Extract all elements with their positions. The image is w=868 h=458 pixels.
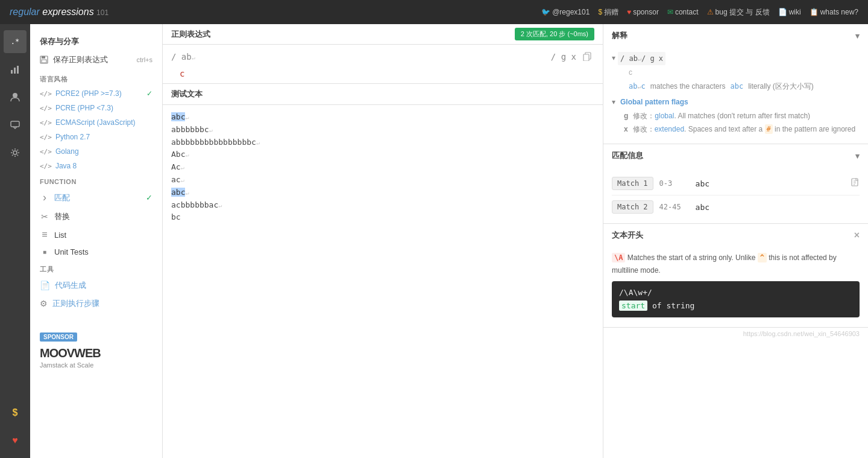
match-value-1: abc (696, 179, 709, 188)
svg-point-3 (13, 93, 17, 98)
explanation-section: 解释 ▾ ▾ / ab↵/ g x c ab↵c matches the cha… (603, 24, 868, 144)
lang-name: PCRE (PHP <7.3) (55, 104, 113, 112)
top-navigation: regular expressions 101 🐦 @regex101 $ 捐赠… (0, 0, 868, 24)
codegen-link[interactable]: 代码生成 (55, 280, 86, 291)
regex-pattern-input[interactable] (199, 49, 547, 64)
func-match[interactable]: › 匹配 ✓ (30, 188, 162, 208)
save-shortcut: ctrl+s (136, 56, 153, 63)
test-content[interactable]: abc↵ abbbbbbc↵ abbbbbbbbbbbbbbbbc↵ Abc↵ … (163, 105, 603, 458)
regex-title: 正则表达式 (171, 29, 210, 40)
flag-x-text: 修改：extended. Spaces and text after a # i… (633, 123, 855, 135)
lang-python[interactable]: </> Python 2.7 (30, 130, 162, 144)
whatsnew-link[interactable]: 📋 whats new? (810, 8, 858, 16)
flag-x-label: x (624, 123, 628, 135)
lang-java[interactable]: </> Java 8 (30, 159, 162, 173)
sponsor-icon: ♥ (627, 8, 631, 16)
match-info-section: 匹配信息 ▾ Match 1 0-3 abc Match 2 42-45 abc (603, 144, 868, 224)
iconbar-community[interactable] (4, 113, 27, 136)
text-head-section: 文本开头 × \A Matches the start of a string … (603, 224, 868, 328)
match-export-button-1[interactable] (850, 177, 860, 189)
copy-icon (582, 51, 592, 61)
iconbar-dollar[interactable]: $ (4, 401, 27, 424)
lang-tag: </> (40, 119, 52, 127)
sponsor-box: SPONSOR MOOVWEB Jamstack at Scale (30, 325, 162, 376)
symbol-A: \A (612, 253, 625, 262)
lang-name: Java 8 (55, 162, 77, 170)
svg-point-5 (13, 151, 17, 154)
tool-debugger[interactable]: ⚙ 正则执行步骤 (30, 294, 162, 313)
lang-tag: </> (40, 133, 52, 141)
lang-pcre[interactable]: </> PCRE (PHP <7.3) (30, 101, 162, 115)
settings-icon (10, 147, 20, 158)
regex-section: 正则表达式 2 次匹配, 20 步 (~0ms) / ab↵ / g x c (163, 24, 603, 84)
regex-match-badge: 2 次匹配, 20 步 (~0ms) (515, 28, 594, 40)
match-info-toggle[interactable]: ▾ (855, 151, 860, 161)
lang-golang[interactable]: </> Golang (30, 144, 162, 159)
test-header: 测试文本 (163, 84, 603, 105)
match-icon: › (40, 191, 49, 204)
regex-header: 正则表达式 2 次匹配, 20 步 (~0ms) (163, 24, 603, 45)
match-value-2: abc (696, 203, 709, 212)
func-match-label: 匹配 (54, 192, 70, 203)
func-list-label: List (54, 231, 66, 240)
regex-input-area: / ab↵ / g x (163, 45, 603, 69)
text-head-close-button[interactable]: × (854, 230, 860, 241)
match-info-header[interactable]: 匹配信息 ▾ (603, 144, 868, 167)
user-icon (10, 92, 20, 103)
explanation-title: 解释 (612, 30, 627, 41)
test-line: abbbbbbc↵ (171, 124, 594, 136)
test-line: bc (171, 211, 594, 224)
lang-name: ECMAScript (JavaScript) (55, 118, 136, 127)
donate-link[interactable]: $ 捐赠 (598, 7, 618, 17)
match-range-2: 42-45 (659, 203, 690, 211)
twitter-link[interactable]: 🐦 @regex101 (541, 8, 590, 16)
lang-pcre2[interactable]: </> PCRE2 (PHP >=7.3) ✓ (30, 86, 162, 101)
wiki-link[interactable]: 📄 wiki (778, 8, 801, 16)
svg-rect-8 (42, 60, 46, 63)
func-unittests[interactable]: ■ Unit Tests (30, 244, 162, 260)
regex-delim-open: / ab↵ (171, 52, 195, 62)
logo[interactable]: regular expressions 101 (10, 7, 108, 17)
tools-section-title: 工具 (30, 260, 162, 276)
func-replace-label: 替换 (54, 211, 70, 222)
code-subject-line: start of string (619, 299, 852, 313)
lang-check: ✓ (146, 89, 153, 98)
copy-regex-button[interactable] (580, 49, 594, 65)
sponsor-link[interactable]: ♥ sponsor (627, 8, 659, 16)
explain-matches-text: ab↵c matches the characters abc literall… (629, 80, 860, 92)
iconbar-settings[interactable] (4, 141, 27, 164)
test-line: ac↵ (171, 174, 594, 186)
logo-expressions: expressions (42, 7, 93, 17)
text-head-description: \A Matches the start of a string only. U… (612, 252, 860, 276)
bug-link[interactable]: ⚠ bug 提交 与 反馈 (707, 7, 770, 17)
text-head-content: \A Matches the start of a string only. U… (603, 247, 868, 327)
save-icon (40, 56, 48, 64)
func-replace[interactable]: ✂ 替换 (30, 208, 162, 226)
email-icon: ✉ (667, 8, 673, 16)
sponsor-tagline: Jamstack at Scale (40, 361, 153, 369)
sponsor-label: SPONSOR (40, 332, 77, 342)
flag-g-text: 修改：global. All matches (don't return aft… (633, 110, 810, 122)
iconbar-heart[interactable]: ♥ (4, 429, 27, 452)
contact-link[interactable]: ✉ contact (667, 8, 699, 16)
right-panel: 解释 ▾ ▾ / ab↵/ g x c ab↵c matches the cha… (603, 24, 868, 458)
test-line: abc↵ (171, 111, 594, 124)
explain-flags-title-line: ▾ Global pattern flags (612, 96, 860, 108)
func-list[interactable]: ≡ List (30, 226, 162, 244)
explanation-toggle[interactable]: ▾ (855, 31, 860, 40)
explanation-header[interactable]: 解释 ▾ (603, 24, 868, 47)
func-unittests-label: Unit Tests (54, 247, 89, 256)
tool-codegen[interactable]: 📄 代码生成 (30, 276, 162, 294)
main-content: 正则表达式 2 次匹配, 20 步 (~0ms) / ab↵ / g x c 测… (163, 24, 603, 458)
iconbar-user[interactable] (4, 86, 27, 109)
save-regex-button[interactable]: 保存正则表达式 ctrl+s (30, 49, 162, 70)
test-line: abbbbbbbbbbbbbbbbc↵ (171, 136, 594, 149)
iconbar-regex[interactable]: .* (4, 30, 27, 53)
svg-rect-7 (42, 56, 45, 59)
lang-name: PCRE2 (PHP >=7.3) (55, 89, 122, 98)
match-row-1: Match 1 0-3 abc (612, 172, 860, 196)
match-badge-2: Match 2 (612, 200, 653, 214)
debugger-link[interactable]: 正则执行步骤 (52, 298, 99, 309)
iconbar-stats[interactable] (4, 58, 27, 81)
lang-ecma[interactable]: </> ECMAScript (JavaScript) (30, 115, 162, 130)
